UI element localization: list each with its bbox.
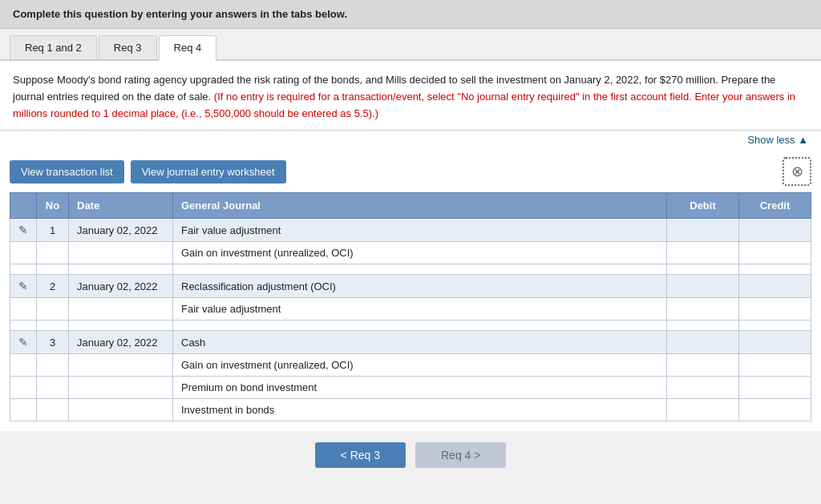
- entry-journal-2-2[interactable]: Fair value adjustment: [173, 298, 667, 321]
- edit-empty-1-3: [10, 264, 37, 275]
- entry-date-3-1: January 02, 2022: [69, 331, 173, 354]
- entry-credit-2-1[interactable]: [739, 275, 811, 298]
- show-less-link[interactable]: Show less ▲: [747, 134, 808, 146]
- edit-empty-3-3: [10, 377, 37, 399]
- table-row: Investment in bonds: [10, 399, 811, 421]
- table-row: 1 January 02, 2022 Fair value adjustment: [10, 219, 811, 242]
- tab-req-4[interactable]: Req 4: [159, 35, 217, 61]
- next-button[interactable]: Req 4 >: [415, 442, 506, 468]
- entry-debit-2-2[interactable]: [667, 298, 739, 321]
- entry-debit-1-3[interactable]: [667, 264, 739, 275]
- entry-credit-3-3[interactable]: [739, 377, 811, 399]
- entry-journal-3-1[interactable]: Cash: [173, 331, 667, 354]
- entry-no-empty-2-3: [37, 321, 69, 331]
- entry-journal-1-2[interactable]: Gain on investment (unrealized, OCI): [173, 242, 667, 264]
- description-area: Suppose Moody's bond rating agency upgra…: [0, 61, 821, 131]
- th-credit: Credit: [739, 193, 811, 219]
- entry-debit-3-3[interactable]: [667, 377, 739, 399]
- th-general-journal: General Journal: [173, 193, 667, 219]
- edit-icon-2[interactable]: [10, 275, 37, 298]
- entry-date-2-2: [69, 298, 173, 321]
- edit-empty-2-2: [10, 298, 37, 321]
- instruction-bar: Complete this question by entering your …: [0, 0, 821, 29]
- entry-journal-3-2[interactable]: Gain on investment (unrealized, OCI): [173, 354, 667, 377]
- table-row: Gain on investment (unrealized, OCI): [10, 242, 811, 264]
- options-icon[interactable]: ⊗: [783, 157, 811, 186]
- table-row: Fair value adjustment: [10, 298, 811, 321]
- entry-no-2: 2: [37, 275, 69, 298]
- entry-no-empty-1-3: [37, 264, 69, 275]
- entry-credit-2-3[interactable]: [739, 321, 811, 331]
- th-debit: Debit: [667, 193, 739, 219]
- entry-debit-3-4[interactable]: [667, 399, 739, 421]
- entry-no-empty-3-3: [37, 377, 69, 399]
- table-row: 3 January 02, 2022 Cash: [10, 331, 811, 354]
- action-bar: View transaction list View journal entry…: [0, 151, 821, 192]
- table-row: Premium on bond investment: [10, 377, 811, 399]
- entry-date-3-3: [69, 377, 173, 399]
- entry-debit-2-3[interactable]: [667, 321, 739, 331]
- edit-icon-1[interactable]: [10, 219, 37, 242]
- entry-no-empty-2-2: [37, 298, 69, 321]
- entry-debit-1-2[interactable]: [667, 242, 739, 264]
- entry-credit-1-3[interactable]: [739, 264, 811, 275]
- entry-debit-1-1[interactable]: [667, 219, 739, 242]
- tab-req-3[interactable]: Req 3: [99, 35, 157, 59]
- journal-table: No Date General Journal Debit Credit 1 J…: [10, 192, 811, 421]
- tabs-bar: Req 1 and 2 Req 3 Req 4: [0, 29, 821, 61]
- view-journal-button[interactable]: View journal entry worksheet: [131, 160, 286, 183]
- entry-date-1-1: January 02, 2022: [69, 219, 173, 242]
- journal-table-wrapper: No Date General Journal Debit Credit 1 J…: [0, 192, 821, 431]
- entry-no-3: 3: [37, 331, 69, 354]
- entry-no-empty-1-2: [37, 242, 69, 264]
- th-date: Date: [69, 193, 173, 219]
- th-edit: [10, 193, 37, 219]
- th-no: No: [37, 193, 69, 219]
- entry-date-1-2: [69, 242, 173, 264]
- edit-empty-1-2: [10, 242, 37, 264]
- entry-no-empty-3-2: [37, 354, 69, 377]
- table-row: [10, 264, 811, 275]
- prev-button[interactable]: < Req 3: [315, 442, 406, 468]
- entry-credit-2-2[interactable]: [739, 298, 811, 321]
- entry-no-empty-3-4: [37, 399, 69, 421]
- entry-no-1: 1: [37, 219, 69, 242]
- nav-bottom: < Req 3 Req 4 >: [0, 431, 821, 479]
- entry-credit-3-1[interactable]: [739, 331, 811, 354]
- entry-date-2-3: [69, 321, 173, 331]
- entry-journal-1-3[interactable]: [173, 264, 667, 275]
- entry-debit-3-2[interactable]: [667, 354, 739, 377]
- entry-date-2-1: January 02, 2022: [69, 275, 173, 298]
- tab-req-1-2[interactable]: Req 1 and 2: [10, 35, 97, 59]
- entry-journal-2-3[interactable]: [173, 321, 667, 331]
- edit-icon-3[interactable]: [10, 331, 37, 354]
- entry-journal-1-1[interactable]: Fair value adjustment: [173, 219, 667, 242]
- entry-credit-1-1[interactable]: [739, 219, 811, 242]
- edit-empty-3-4: [10, 399, 37, 421]
- entry-credit-3-2[interactable]: [739, 354, 811, 377]
- view-transaction-button[interactable]: View transaction list: [10, 160, 124, 183]
- entry-journal-2-1[interactable]: Reclassification adjustment (OCI): [173, 275, 667, 298]
- table-row: Gain on investment (unrealized, OCI): [10, 354, 811, 377]
- entry-date-3-2: [69, 354, 173, 377]
- entry-date-3-4: [69, 399, 173, 421]
- show-less-bar: Show less ▲: [0, 131, 821, 151]
- table-row: [10, 321, 811, 331]
- instruction-text: Complete this question by entering your …: [13, 8, 347, 20]
- entry-credit-3-4[interactable]: [739, 399, 811, 421]
- edit-empty-3-2: [10, 354, 37, 377]
- entry-journal-3-3[interactable]: Premium on bond investment: [173, 377, 667, 399]
- edit-empty-2-3: [10, 321, 37, 331]
- entry-debit-3-1[interactable]: [667, 331, 739, 354]
- entry-debit-2-1[interactable]: [667, 275, 739, 298]
- entry-journal-3-4[interactable]: Investment in bonds: [173, 399, 667, 421]
- table-row: 2 January 02, 2022 Reclassification adju…: [10, 275, 811, 298]
- entry-credit-1-2[interactable]: [739, 242, 811, 264]
- entry-date-1-3: [69, 264, 173, 275]
